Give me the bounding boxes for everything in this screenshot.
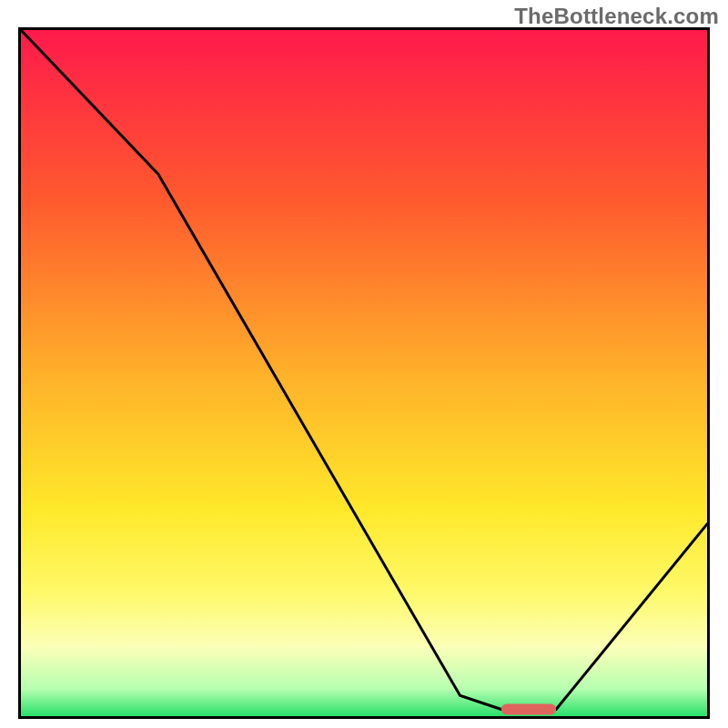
watermark-text: TheBottleneck.com — [514, 4, 719, 29]
bottleneck-chart — [18, 27, 710, 719]
optimum-marker — [501, 704, 556, 715]
chart-background — [21, 30, 707, 716]
chart-frame: TheBottleneck.com — [0, 0, 728, 728]
